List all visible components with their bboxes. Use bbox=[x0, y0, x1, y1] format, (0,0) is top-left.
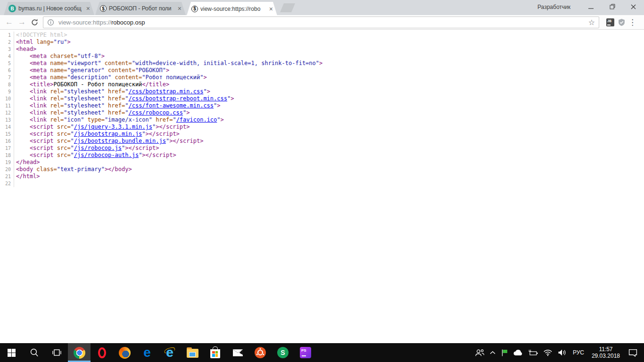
minimize-button[interactable] bbox=[580, 0, 602, 13]
taskbar-search-button[interactable] bbox=[23, 343, 45, 362]
line-number: 18 bbox=[0, 152, 14, 159]
battery-button[interactable] bbox=[526, 343, 541, 362]
chrome-menu-icon[interactable]: ⋮ bbox=[626, 17, 640, 27]
source-line-code: </html> bbox=[14, 173, 40, 180]
source-line-code: <meta name="description" content="Робот … bbox=[14, 74, 207, 81]
action-center-button[interactable] bbox=[624, 343, 644, 362]
reload-button[interactable] bbox=[28, 16, 41, 29]
tray-time: 11:57 bbox=[599, 346, 612, 353]
source-link[interactable]: /js/bootstrap.min.js bbox=[74, 131, 142, 137]
source-link[interactable]: /css/robocop.css bbox=[128, 109, 183, 116]
task-view-icon bbox=[52, 348, 62, 357]
taskbar-spacer bbox=[317, 343, 472, 362]
line-number: 16 bbox=[0, 138, 14, 145]
address-bar[interactable]: view-source:https://robocop.osp ☆ bbox=[43, 16, 599, 28]
taskbar-edge-button[interactable]: e bbox=[136, 343, 158, 362]
line-number: 8 bbox=[0, 81, 14, 88]
volume-button[interactable] bbox=[555, 343, 569, 362]
source-line-code: <body class="text-primary"></body> bbox=[14, 166, 132, 173]
battery-plugged-icon bbox=[528, 349, 538, 356]
tab-title: bymas.ru | Новое сообщ bbox=[18, 5, 83, 12]
source-line-code: <link rel="icon" type="image/x-icon" hre… bbox=[14, 116, 224, 123]
line-number: 2 bbox=[0, 39, 14, 46]
minimize-icon bbox=[588, 4, 594, 9]
line-number: 22 bbox=[0, 180, 14, 187]
show-hidden-icons-button[interactable] bbox=[487, 343, 498, 362]
line-number: 6 bbox=[0, 67, 14, 74]
source-line: 6 <meta name="generator" content="РОБОКО… bbox=[0, 67, 644, 74]
source-link[interactable]: /js/robocop.js bbox=[74, 145, 122, 151]
source-link[interactable]: /css/bootstrap.min.css bbox=[128, 88, 203, 95]
line-number: 3 bbox=[0, 46, 14, 53]
taskbar-file-explorer-button[interactable] bbox=[181, 343, 204, 362]
taskbar-s-app-button[interactable]: S bbox=[272, 343, 294, 362]
tab-bymas[interactable]: B bymas.ru | Новое сообщ × bbox=[4, 2, 94, 15]
tab-view-source[interactable]: $ view-source:https://robo × bbox=[187, 2, 277, 16]
source-line: 14 <script src="/js/jquery-3.3.1.min.js"… bbox=[0, 123, 644, 131]
forward-button[interactable]: → bbox=[16, 16, 28, 29]
source-line-code: <script src="/js/robocop-auth.js"></scri… bbox=[14, 152, 176, 159]
source-line-code: <script src="/js/bootstrap.min.js"></scr… bbox=[14, 131, 180, 138]
store-grid bbox=[212, 351, 218, 357]
info-icon[interactable] bbox=[47, 19, 54, 26]
source-code: 1<!DOCTYPE html>2<html lang="ru">3<head>… bbox=[0, 32, 644, 187]
tab-robocop[interactable]: $ РОБОКОП - Робот поли × bbox=[95, 2, 186, 15]
source-line-code: <head> bbox=[14, 46, 36, 53]
back-button[interactable]: ← bbox=[3, 16, 16, 29]
line-number: 5 bbox=[0, 60, 14, 67]
security-flag-button[interactable] bbox=[498, 343, 511, 362]
source-link[interactable]: /css/font-awesome.min.css bbox=[128, 102, 214, 109]
s-app-icon: S bbox=[277, 347, 289, 358]
windows-taskbar: e e S PS bbox=[0, 343, 644, 362]
tab-close-icon[interactable]: × bbox=[176, 5, 183, 12]
keyboard-language-button[interactable]: РУС bbox=[569, 343, 588, 362]
source-link[interactable]: /js/jquery-3.3.1.min.js bbox=[74, 123, 152, 130]
task-view-button[interactable] bbox=[45, 343, 68, 362]
tab-close-icon[interactable]: × bbox=[85, 5, 91, 12]
source-link[interactable]: /css/bootstrap-reboot.min.css bbox=[128, 95, 227, 102]
new-tab-button[interactable] bbox=[280, 3, 295, 12]
source-line: 18 <script src="/js/robocop-auth.js"></s… bbox=[0, 152, 644, 159]
dollar-favicon: $ bbox=[191, 6, 198, 12]
onedrive-button[interactable] bbox=[511, 343, 526, 362]
source-line: 7 <meta name="description" content="Робо… bbox=[0, 74, 644, 81]
source-line: 22 bbox=[0, 180, 644, 187]
start-button[interactable] bbox=[0, 343, 23, 362]
tab-title: РОБОКОП - Робот поли bbox=[109, 5, 174, 12]
taskbar-firefox-button[interactable] bbox=[113, 343, 136, 362]
tab-strip: B bymas.ru | Новое сообщ × $ РОБОКОП - Р… bbox=[0, 0, 644, 15]
browser-window: B bymas.ru | Новое сообщ × $ РОБОКОП - Р… bbox=[0, 0, 644, 343]
taskbar-ubuntu-button[interactable] bbox=[249, 343, 272, 362]
jetbrains-extension-icon[interactable]: JB bbox=[606, 18, 614, 26]
bookmark-star-icon[interactable]: ☆ bbox=[588, 18, 595, 27]
taskbar-opera-button[interactable] bbox=[91, 343, 113, 362]
network-button[interactable] bbox=[541, 343, 555, 362]
source-link[interactable]: /favicon.ico bbox=[176, 116, 217, 123]
restore-button[interactable] bbox=[602, 0, 623, 13]
taskbar-phpstorm-button[interactable]: PS bbox=[294, 343, 317, 362]
source-line: 5 <meta name="viewport" content="width=d… bbox=[0, 60, 644, 67]
profile-name[interactable]: Разработчик bbox=[537, 4, 570, 10]
source-line: 17 <script src="/js/robocop.js"></script… bbox=[0, 145, 644, 152]
taskbar-mail-button[interactable] bbox=[226, 343, 249, 362]
clock-button[interactable]: 11:57 29.03.2018 bbox=[588, 343, 624, 362]
close-button[interactable] bbox=[623, 0, 644, 13]
mail-icon bbox=[232, 349, 243, 357]
source-line: 20<body class="text-primary"></body> bbox=[0, 166, 644, 173]
source-link[interactable]: /js/robocop-auth.js bbox=[74, 152, 139, 158]
shield-extension-icon[interactable] bbox=[618, 18, 626, 26]
speaker-icon bbox=[557, 349, 567, 356]
people-button[interactable] bbox=[472, 343, 487, 362]
taskbar-chrome-button[interactable] bbox=[68, 343, 91, 362]
source-link[interactable]: /js/bootstrap.bundle.min.js bbox=[74, 138, 166, 144]
taskbar-microsoft-store-button[interactable] bbox=[204, 343, 226, 362]
source-line: 21</html> bbox=[0, 173, 644, 180]
source-line-code: <link rel="stylesheet" href="/css/roboco… bbox=[14, 109, 190, 116]
source-line: 13 <link rel="icon" type="image/x-icon" … bbox=[0, 116, 644, 123]
source-line: 8 <title>РОБОКОП - Робот полицеский</tit… bbox=[0, 81, 644, 88]
source-line: 11 <link rel="stylesheet" href="/css/fon… bbox=[0, 102, 644, 109]
taskbar-internet-explorer-button[interactable]: e bbox=[158, 343, 181, 362]
source-line: 3<head> bbox=[0, 46, 644, 53]
file-explorer-icon bbox=[187, 349, 198, 358]
tab-close-icon[interactable]: × bbox=[268, 5, 274, 13]
